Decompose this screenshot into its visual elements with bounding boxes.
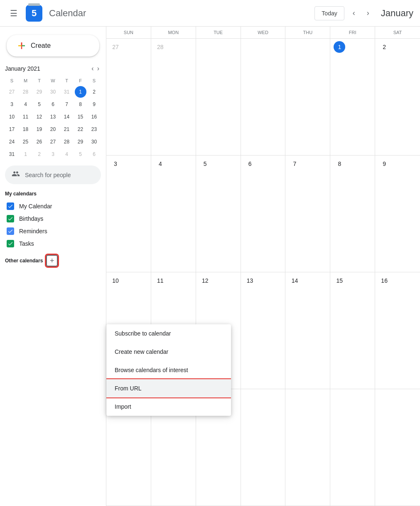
search-people[interactable]: Search for people bbox=[5, 165, 101, 184]
cal-cell-jan15[interactable]: 15 bbox=[330, 272, 375, 389]
mini-day-cell[interactable]: 9 bbox=[88, 99, 100, 110]
mini-day-cell[interactable]: 30 bbox=[88, 136, 100, 148]
mini-day-cell[interactable]: 6 bbox=[47, 99, 59, 110]
mini-week-2: 3 4 5 6 7 8 9 bbox=[5, 98, 101, 111]
mini-day-cell-today[interactable]: 1 bbox=[75, 86, 86, 98]
dropdown-item-import[interactable]: Import bbox=[106, 397, 231, 416]
menu-icon[interactable]: ☰ bbox=[7, 5, 21, 22]
mini-day-cell[interactable]: 29 bbox=[34, 86, 45, 98]
cal-cell-jan4[interactable]: 4 bbox=[151, 156, 196, 272]
dropdown-item-create[interactable]: Create new calendar bbox=[106, 343, 231, 361]
mini-day-cell[interactable]: 15 bbox=[75, 111, 86, 123]
mini-day-cell[interactable]: 7 bbox=[61, 99, 73, 110]
next-arrow[interactable]: › bbox=[364, 5, 373, 21]
other-calendars-header: Other calendars + bbox=[5, 255, 101, 267]
today-button[interactable]: Today bbox=[314, 6, 344, 20]
mini-day-cell[interactable]: 27 bbox=[6, 86, 18, 98]
cal-cell-jan20[interactable] bbox=[241, 389, 286, 506]
calendar-item-tasks[interactable]: Tasks bbox=[5, 237, 101, 250]
mini-week-3: 10 11 12 13 14 15 16 bbox=[5, 111, 101, 123]
mini-day-cell[interactable]: 6 bbox=[88, 148, 100, 160]
cal-cell-jan8[interactable]: 8 bbox=[330, 156, 375, 272]
other-calendars-title: Other calendars bbox=[5, 258, 43, 264]
cal-cell-dec31[interactable] bbox=[285, 39, 330, 156]
mini-next-button[interactable]: › bbox=[96, 63, 101, 74]
calendar-item-birthdays[interactable]: Birthdays bbox=[5, 212, 101, 225]
mini-day-cell[interactable]: 25 bbox=[20, 136, 32, 148]
mini-day-cell[interactable]: 2 bbox=[88, 86, 100, 98]
cal-cell-jan7[interactable]: 7 bbox=[285, 156, 330, 272]
mini-day-cell[interactable]: 17 bbox=[6, 123, 18, 135]
mini-prev-button[interactable]: ‹ bbox=[90, 63, 95, 74]
cal-cell-jan3[interactable]: 3 bbox=[106, 156, 151, 272]
mini-cal-title: January 2021 bbox=[5, 65, 90, 72]
day-header-mon: MON bbox=[151, 27, 196, 38]
mini-day-cell[interactable]: 14 bbox=[61, 111, 73, 123]
mini-day-cell[interactable]: 10 bbox=[6, 111, 18, 123]
cal-cell-dec27[interactable]: 27 bbox=[106, 39, 151, 156]
mini-week-5: 24 25 26 27 28 29 30 bbox=[5, 136, 101, 148]
mini-day-cell[interactable]: 21 bbox=[61, 123, 73, 135]
mini-day-headers: S M T W T F S bbox=[5, 77, 101, 84]
mini-day-cell[interactable]: 27 bbox=[47, 136, 59, 148]
cal-cell-dec30[interactable] bbox=[241, 39, 286, 156]
mini-day-cell[interactable]: 30 bbox=[47, 86, 59, 98]
cal-cell-jan21[interactable] bbox=[285, 389, 330, 506]
mini-day-cell[interactable]: 24 bbox=[6, 136, 18, 148]
mini-day-cell[interactable]: 13 bbox=[47, 111, 59, 123]
mini-day-cell[interactable]: 5 bbox=[34, 99, 45, 110]
mini-day-cell[interactable]: 28 bbox=[61, 136, 73, 148]
mini-day-cell[interactable]: 28 bbox=[20, 86, 32, 98]
cal-cell-jan16[interactable]: 16 bbox=[375, 272, 420, 389]
create-button[interactable]: Create bbox=[7, 35, 99, 57]
calendar-item-my-calendar[interactable]: My Calendar bbox=[5, 200, 101, 212]
sidebar-scroll[interactable]: January 2021 ‹ › S M T W T F S bbox=[0, 63, 106, 503]
dropdown-item-subscribe[interactable]: Subscribe to calendar bbox=[106, 324, 231, 343]
mini-day-cell[interactable]: 3 bbox=[6, 99, 18, 110]
cal-cell-jan22[interactable] bbox=[330, 389, 375, 506]
mini-week-6: 31 1 2 3 4 5 6 bbox=[5, 148, 101, 160]
mini-day-cell[interactable]: 23 bbox=[88, 123, 100, 135]
mini-day-cell[interactable]: 19 bbox=[34, 123, 45, 135]
mini-day-cell[interactable]: 4 bbox=[20, 99, 32, 110]
calendar-grid-area: SUN MON TUE WED THU FRI SAT 27 28 1 2 3 … bbox=[106, 27, 420, 506]
dropdown-item-from-url[interactable]: From URL bbox=[106, 379, 231, 397]
cal-cell-jan5[interactable]: 5 bbox=[196, 156, 241, 272]
calendar-day-headers: SUN MON TUE WED THU FRI SAT bbox=[106, 27, 420, 39]
mini-day-cell[interactable]: 29 bbox=[75, 136, 86, 148]
cal-cell-jan13[interactable]: 13 bbox=[241, 272, 286, 389]
add-other-calendars-button[interactable]: + bbox=[46, 255, 58, 267]
mini-day-cell[interactable]: 12 bbox=[34, 111, 45, 123]
cal-cell-jan9[interactable]: 9 bbox=[375, 156, 420, 272]
mini-day-cell[interactable]: 3 bbox=[47, 148, 59, 160]
calendar-item-reminders[interactable]: Reminders bbox=[5, 225, 101, 237]
mini-day-cell[interactable]: 16 bbox=[88, 111, 100, 123]
mini-day-cell[interactable]: 11 bbox=[20, 111, 32, 123]
cal-cell-jan1[interactable]: 1 bbox=[330, 39, 375, 156]
cal-cell-jan14[interactable]: 14 bbox=[285, 272, 330, 389]
cal-cell-dec29[interactable] bbox=[196, 39, 241, 156]
mini-day-cell[interactable]: 8 bbox=[75, 99, 86, 110]
cal-cell-jan2[interactable]: 2 bbox=[375, 39, 420, 156]
mini-day-cell[interactable]: 20 bbox=[47, 123, 59, 135]
cal-cell-jan6[interactable]: 6 bbox=[241, 156, 286, 272]
mini-day-cell[interactable]: 31 bbox=[6, 148, 18, 160]
mini-day-cell[interactable]: 4 bbox=[61, 148, 73, 160]
mini-day-cell[interactable]: 22 bbox=[75, 123, 86, 135]
cal-cell-dec28[interactable]: 28 bbox=[151, 39, 196, 156]
prev-arrow[interactable]: ‹ bbox=[349, 5, 359, 21]
mini-day-cell[interactable]: 2 bbox=[34, 148, 45, 160]
mini-cal-grid: S M T W T F S 27 28 29 30 31 bbox=[5, 77, 101, 160]
mini-day-cell[interactable]: 1 bbox=[20, 148, 32, 160]
mini-day-cell[interactable]: 26 bbox=[34, 136, 45, 148]
app-title: Calendar bbox=[49, 8, 86, 19]
dropdown-item-browse[interactable]: Browse calendars of interest bbox=[106, 361, 231, 379]
mini-day-cell[interactable]: 18 bbox=[20, 123, 32, 135]
mini-week-1: 27 28 29 30 31 1 2 bbox=[5, 86, 101, 98]
cal-checkbox-reminders bbox=[7, 227, 14, 235]
mini-day-cell[interactable]: 31 bbox=[61, 86, 73, 98]
dropdown-menu: Subscribe to calendar Create new calenda… bbox=[106, 324, 231, 416]
mini-day-cell[interactable]: 5 bbox=[75, 148, 86, 160]
search-people-text: Search for people bbox=[25, 172, 71, 178]
cal-cell-jan23[interactable] bbox=[375, 389, 420, 506]
